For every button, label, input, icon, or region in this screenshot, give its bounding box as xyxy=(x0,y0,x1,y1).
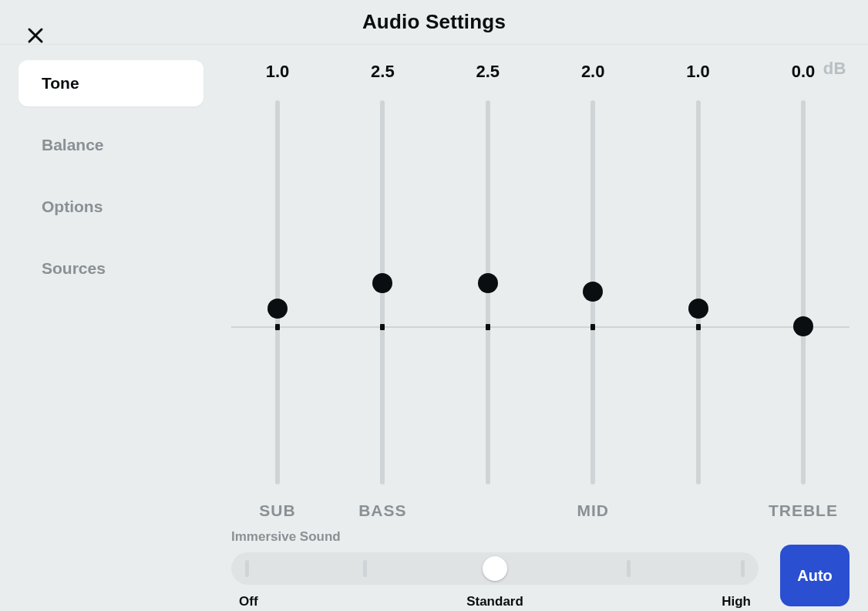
main-panel: dB 1.0SUB2.5BASS2.52.0MID1.00.0TREBLE Im… xyxy=(216,45,868,611)
eq-band-label: SUB xyxy=(259,501,295,520)
eq-band-track[interactable] xyxy=(696,100,701,484)
eq-band-value: 2.5 xyxy=(476,62,500,85)
eq-zero-tick xyxy=(590,324,595,330)
immersive-tick xyxy=(363,560,367,577)
immersive-tick-off xyxy=(245,560,249,577)
header: Audio Settings xyxy=(0,0,868,45)
immersive-sound-section: Immersive Sound Off Standard High xyxy=(231,529,849,611)
sidebar: Tone Balance Options Sources xyxy=(0,45,216,611)
immersive-tick-high xyxy=(741,560,745,577)
eq-band-value: 2.5 xyxy=(371,62,395,85)
immersive-tick xyxy=(627,560,631,577)
auto-button[interactable]: Auto xyxy=(780,545,849,606)
eq-band-knob[interactable] xyxy=(793,316,813,336)
eq-zero-tick xyxy=(380,324,385,330)
immersive-labels: Off Standard High xyxy=(231,594,759,611)
tab-label: Balance xyxy=(42,136,104,154)
eq-band-value: 1.0 xyxy=(266,62,290,85)
eq-band: 1.0SUB xyxy=(231,45,324,492)
eq-band: 2.5 xyxy=(442,45,534,492)
eq-band-value: 1.0 xyxy=(686,62,710,85)
eq-band-label: TREBLE xyxy=(769,501,838,520)
eq-band-track[interactable] xyxy=(275,100,280,484)
eq-band: 2.0MID xyxy=(547,45,639,492)
immersive-slider-knob[interactable] xyxy=(483,556,507,581)
eq-zero-tick xyxy=(486,324,490,330)
eq-band-knob[interactable] xyxy=(478,273,498,293)
equalizer: dB 1.0SUB2.5BASS2.52.0MID1.00.0TREBLE xyxy=(231,45,849,492)
eq-band-knob[interactable] xyxy=(372,273,392,293)
eq-band: 1.0 xyxy=(652,45,745,492)
eq-band: 2.5BASS xyxy=(336,45,429,492)
audio-settings-window: Audio Settings Tone Balance Options Sour… xyxy=(0,0,868,611)
eq-band-knob[interactable] xyxy=(688,299,708,319)
eq-band-knob[interactable] xyxy=(267,299,288,319)
eq-band-knob[interactable] xyxy=(583,282,603,302)
eq-band-track[interactable] xyxy=(801,100,806,484)
tab-tone[interactable]: Tone xyxy=(19,60,204,106)
close-icon xyxy=(26,26,45,45)
content: Tone Balance Options Sources dB 1.0SUB2.… xyxy=(0,45,868,611)
tab-sources[interactable]: Sources xyxy=(19,245,204,292)
eq-zero-tick xyxy=(275,324,280,330)
immersive-slider-track[interactable] xyxy=(231,552,759,585)
immersive-label-standard: Standard xyxy=(466,594,523,609)
tab-label: Tone xyxy=(42,74,79,93)
eq-band-label: MID xyxy=(577,501,609,520)
eq-band-value: 2.0 xyxy=(581,62,605,85)
immersive-title: Immersive Sound xyxy=(231,529,759,545)
auto-button-label: Auto xyxy=(797,567,833,585)
eq-band: 0.0TREBLE xyxy=(757,45,849,492)
eq-zero-tick xyxy=(696,324,701,330)
eq-band-label: BASS xyxy=(358,501,406,520)
tab-balance[interactable]: Balance xyxy=(19,122,204,168)
immersive-label-high: High xyxy=(722,594,751,609)
tab-label: Options xyxy=(42,197,103,216)
equalizer-columns: 1.0SUB2.5BASS2.52.0MID1.00.0TREBLE xyxy=(231,45,849,492)
tab-options[interactable]: Options xyxy=(19,184,204,230)
tab-label: Sources xyxy=(42,259,106,278)
immersive-label-off: Off xyxy=(239,594,258,609)
eq-band-value: 0.0 xyxy=(792,62,816,85)
page-title: Audio Settings xyxy=(362,10,506,34)
close-button[interactable] xyxy=(23,23,48,48)
